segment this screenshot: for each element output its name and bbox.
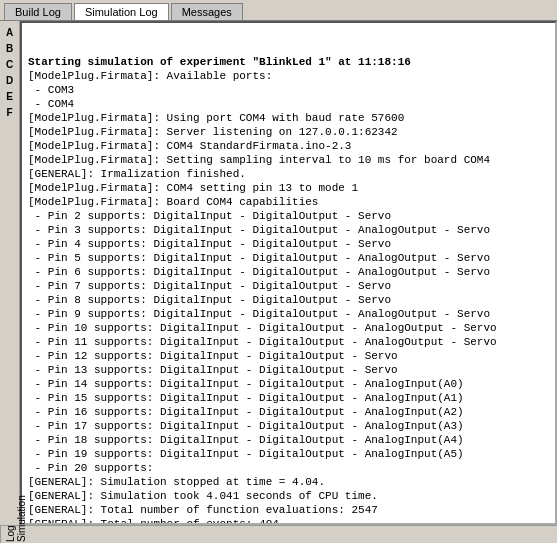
content-panel: Starting simulation of experiment "Blink… [20,21,557,525]
log-line: - Pin 5 supports: DigitalInput - Digital… [28,251,549,265]
log-line: - Pin 19 supports: DigitalInput - Digita… [28,447,549,461]
log-line: - Pin 2 supports: DigitalInput - Digital… [28,209,549,223]
sidebar-letter-a[interactable]: A [6,25,13,41]
log-scroll-area[interactable]: Starting simulation of experiment "Blink… [22,23,555,523]
log-line: [GENERAL]: Total number of events: 404 [28,517,549,523]
tab-messages[interactable]: Messages [171,3,243,20]
log-line: - Pin 7 supports: DigitalInput - Digital… [28,279,549,293]
log-line: [ModelPlug.Firmata]: Setting sampling in… [28,153,549,167]
log-line: [ModelPlug.Firmata]: Available ports: [28,69,549,83]
log-line: [GENERAL]: Simulation stopped at time = … [28,475,549,489]
tab-build-log[interactable]: Build Log [4,3,72,20]
log-line: - Pin 14 supports: DigitalInput - Digita… [28,377,549,391]
log-line: [ModelPlug.Firmata]: Server listening on… [28,125,549,139]
log-line: [GENERAL]: Simulation took 4.041 seconds… [28,489,549,503]
log-line: - Pin 17 supports: DigitalInput - Digita… [28,419,549,433]
log-line: - Pin 10 supports: DigitalInput - Digita… [28,321,549,335]
log-line: - Pin 12 supports: DigitalInput - Digita… [28,349,549,363]
left-sidebar: A B C D E F [0,21,20,525]
bottom-simulation-log-tab[interactable]: Simulation Log [0,526,31,544]
sidebar-letter-f[interactable]: F [6,105,12,121]
log-line: - Pin 13 supports: DigitalInput - Digita… [28,363,549,377]
sidebar-letter-c[interactable]: C [6,57,13,73]
log-line: - Pin 11 supports: DigitalInput - Digita… [28,335,549,349]
sidebar-letter-e[interactable]: E [6,89,13,105]
sidebar-letter-b[interactable]: B [6,41,13,57]
tab-bar: Build Log Simulation Log Messages [0,0,557,20]
log-line: - Pin 20 supports: [28,461,549,475]
log-line: [ModelPlug.Firmata]: COM4 StandardFirmat… [28,139,549,153]
log-line: - COM3 [28,83,549,97]
log-line: [GENERAL]: Irmalization finished. [28,167,549,181]
log-line: - Pin 8 supports: DigitalInput - Digital… [28,293,549,307]
log-line: - Pin 9 supports: DigitalInput - Digital… [28,307,549,321]
log-line: - Pin 4 supports: DigitalInput - Digital… [28,237,549,251]
log-line: [ModelPlug.Firmata]: COM4 setting pin 13… [28,181,549,195]
log-line: - Pin 3 supports: DigitalInput - Digital… [28,223,549,237]
log-line: [ModelPlug.Firmata]: Board COM4 capabili… [28,195,549,209]
bottom-tab-bar: Simulation Log [0,525,557,543]
log-line: - Pin 6 supports: DigitalInput - Digital… [28,265,549,279]
log-line: - Pin 16 supports: DigitalInput - Digita… [28,405,549,419]
log-line: Starting simulation of experiment "Blink… [28,55,549,69]
tab-simulation-log[interactable]: Simulation Log [74,3,169,20]
log-line: - Pin 18 supports: DigitalInput - Digita… [28,433,549,447]
log-line: [ModelPlug.Firmata]: Using port COM4 wit… [28,111,549,125]
sidebar-letter-d[interactable]: D [6,73,13,89]
log-line: - COM4 [28,97,549,111]
log-line: - Pin 15 supports: DigitalInput - Digita… [28,391,549,405]
log-line: [GENERAL]: Total number of function eval… [28,503,549,517]
main-area: A B C D E F Starting simulation of exper… [0,20,557,525]
